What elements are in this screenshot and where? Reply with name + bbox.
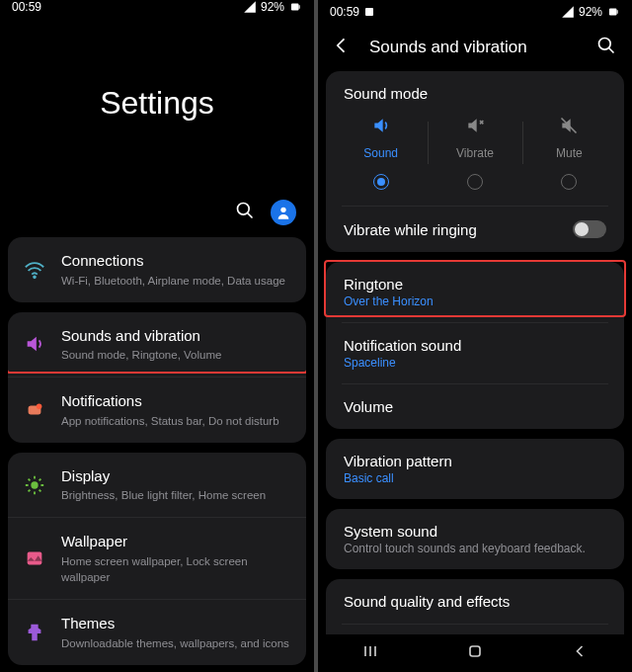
- svg-point-2: [238, 204, 250, 215]
- item-wallpaper[interactable]: Wallpaper Home screen wallpaper, Lock sc…: [8, 517, 306, 599]
- notifications-icon: [24, 399, 45, 421]
- themes-icon: [24, 622, 45, 643]
- sounds-vibration-screen: 00:59 92% Sounds and vibration Sound mod…: [318, 0, 632, 672]
- item-vibration-pattern[interactable]: Vibration pattern Basic call: [326, 439, 624, 499]
- nav-recent[interactable]: [360, 641, 380, 665]
- vibrate-icon: [465, 116, 485, 135]
- chevron-left-icon: [332, 36, 352, 55]
- radio-icon: [467, 174, 483, 190]
- row-title: Themes: [61, 614, 290, 633]
- item-volume[interactable]: Volume: [326, 384, 624, 429]
- item-title: Notification sound: [344, 337, 606, 354]
- content: Sound mode Sound Vibrate Mute: [318, 71, 632, 634]
- signal-icon: [561, 5, 575, 19]
- item-title: System sound: [344, 523, 606, 540]
- row-sub: Downloadable themes, wallpapers, and ico…: [61, 635, 290, 651]
- item-sounds-vibration[interactable]: Sounds and vibration Sound mode, Rington…: [8, 312, 306, 378]
- svg-line-16: [40, 478, 41, 480]
- sound-mode-selector: Sound Vibrate Mute: [326, 112, 624, 206]
- mute-icon: [559, 116, 579, 135]
- row-title: Sounds and vibration: [61, 326, 290, 346]
- search-button[interactable]: [596, 36, 616, 59]
- svg-point-8: [31, 481, 38, 488]
- battery-pct: 92%: [579, 5, 602, 19]
- item-title: Volume: [344, 398, 606, 415]
- item-display[interactable]: Display Brightness, Blue light filter, H…: [8, 453, 306, 518]
- account-avatar[interactable]: [271, 200, 296, 225]
- battery-icon: [288, 0, 302, 14]
- svg-rect-22: [365, 8, 373, 16]
- status-bar: 00:59 92%: [0, 0, 314, 14]
- row-sub: Wi-Fi, Bluetooth, Airplane mode, Data us…: [61, 273, 290, 289]
- svg-rect-33: [470, 646, 480, 656]
- item-sub: Control touch sounds and keyboard feedba…: [344, 542, 606, 555]
- person-icon: [276, 205, 291, 220]
- item-vibrate-ringing[interactable]: Vibrate while ringing: [326, 207, 624, 252]
- nav-bar: [318, 634, 632, 672]
- item-sub: Basic call: [344, 471, 606, 485]
- item-system-sound[interactable]: System sound Control touch sounds and ke…: [326, 509, 624, 569]
- item-title: Sound quality and effects: [344, 593, 606, 610]
- appbar-title: Sounds and vibration: [369, 38, 579, 57]
- search-icon: [235, 201, 255, 220]
- nav-back[interactable]: [570, 641, 590, 665]
- svg-point-5: [34, 276, 36, 278]
- screenshot-icon: [363, 6, 375, 18]
- battery-icon: [606, 5, 620, 19]
- item-title: Vibration pattern: [344, 453, 606, 469]
- wifi-icon: [24, 259, 45, 281]
- item-sound-quality[interactable]: Sound quality and effects: [326, 579, 624, 624]
- clock: 00:59: [12, 0, 41, 14]
- mode-sound[interactable]: Sound: [334, 116, 428, 190]
- row-sub: Sound mode, Ringtone, Volume: [61, 347, 290, 363]
- row-sub: Brightness, Blue light filter, Home scre…: [61, 487, 290, 503]
- svg-point-7: [37, 404, 42, 410]
- svg-rect-24: [617, 10, 618, 14]
- clock: 00:59: [330, 5, 359, 19]
- sound-icon: [371, 116, 391, 135]
- item-connections[interactable]: Connections Wi-Fi, Bluetooth, Airplane m…: [8, 237, 306, 302]
- mode-mute[interactable]: Mute: [522, 116, 616, 190]
- svg-line-15: [29, 489, 31, 491]
- svg-line-13: [29, 478, 31, 480]
- svg-line-14: [40, 489, 41, 491]
- signal-icon: [243, 0, 257, 14]
- svg-rect-23: [609, 9, 617, 16]
- item-title: Ringtone: [344, 276, 606, 293]
- item-notifications[interactable]: Notifications App notifications, Status …: [8, 377, 306, 443]
- item-title: Vibrate while ringing: [344, 221, 573, 238]
- svg-rect-1: [299, 5, 300, 9]
- item-notification-sound[interactable]: Notification sound Spaceline: [326, 323, 624, 383]
- nav-home[interactable]: [465, 641, 485, 665]
- status-bar: 00:59 92%: [318, 0, 632, 24]
- mode-label: Sound: [363, 146, 398, 160]
- mode-label: Vibrate: [456, 146, 494, 160]
- back-button[interactable]: [332, 36, 352, 59]
- radio-icon: [373, 174, 389, 190]
- item-ringtone[interactable]: Ringtone Over the Horizon: [326, 262, 624, 322]
- mode-label: Mute: [556, 146, 583, 160]
- mode-vibrate[interactable]: Vibrate: [428, 116, 521, 190]
- page-title: Settings: [0, 14, 314, 192]
- item-sub: Over the Horizon: [344, 294, 606, 308]
- svg-line-26: [609, 48, 614, 53]
- item-separate-app-sound[interactable]: Separate app sound: [326, 625, 624, 634]
- header-actions: [0, 192, 314, 237]
- radio-icon: [561, 174, 577, 190]
- row-title: Notifications: [61, 391, 290, 411]
- brightness-icon: [24, 474, 45, 496]
- item-themes[interactable]: Themes Downloadable themes, wallpapers, …: [8, 599, 306, 665]
- row-sub: App notifications, Status bar, Do not di…: [61, 413, 290, 429]
- switch-vibrate-ringing[interactable]: [573, 220, 606, 238]
- item-sub: Spaceline: [344, 356, 606, 370]
- svg-point-25: [599, 39, 611, 50]
- search-icon: [596, 36, 616, 55]
- search-button[interactable]: [235, 201, 255, 224]
- svg-line-3: [248, 213, 253, 218]
- row-sub: Home screen wallpaper, Lock screen wallp…: [61, 553, 290, 585]
- speaker-icon: [24, 333, 45, 355]
- svg-rect-0: [291, 4, 299, 11]
- row-title: Display: [61, 466, 290, 486]
- wallpaper-icon: [24, 547, 45, 569]
- svg-point-4: [280, 208, 285, 212]
